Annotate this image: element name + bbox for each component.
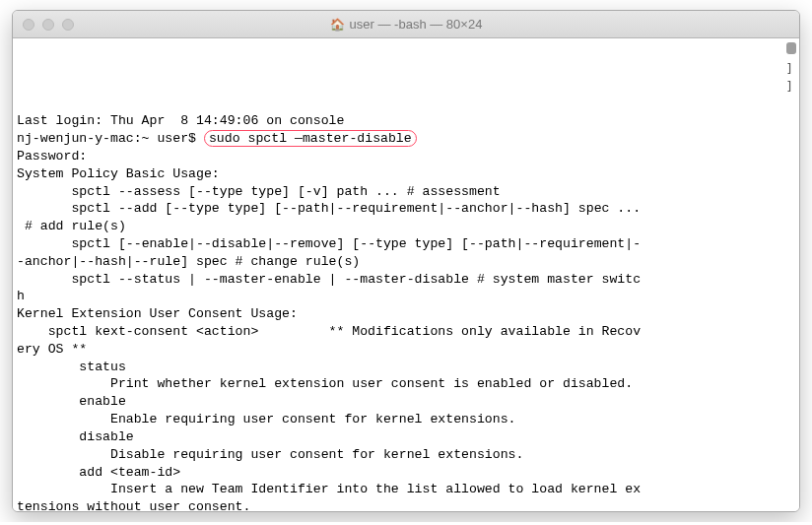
maximize-button[interactable]	[62, 19, 74, 31]
bracket-mark: ]	[785, 60, 793, 78]
window-title: user — -bash — 80×24	[350, 17, 483, 32]
terminal-body[interactable]: ] ] Last login: Thu Apr 8 14:49:06 on co…	[13, 38, 799, 511]
terminal-line: -anchor|--hash|--rule] spec # change rul…	[17, 253, 791, 271]
terminal-line: enable	[17, 393, 791, 411]
terminal-line: Password:	[17, 148, 791, 165]
highlighted-command: sudo spctl —master-disable	[204, 130, 417, 147]
terminal-line: Disable requiring user consent for kerne…	[17, 446, 791, 464]
terminal-line: Print whether kernel extension user cons…	[17, 375, 791, 393]
terminal-line: h	[17, 288, 791, 305]
bracket-mark: ]	[785, 78, 793, 96]
terminal-line: tensions without user consent.	[17, 498, 791, 511]
terminal-line: ery OS **	[17, 341, 791, 359]
terminal-line: spctl [--enable|--disable|--remove] [--t…	[17, 235, 791, 253]
terminal-line: disable	[17, 428, 791, 446]
terminal-line: add <team-id>	[17, 464, 791, 482]
terminal-line: System Policy Basic Usage:	[17, 165, 791, 183]
terminal-line: status	[17, 359, 791, 376]
prompt-prefix: nj-wenjun-y-mac:~ user$	[17, 131, 204, 146]
traffic-lights	[23, 19, 74, 31]
terminal-line: Enable requiring user consent for kernel…	[17, 411, 791, 428]
close-button[interactable]	[23, 19, 34, 31]
terminal-line: # add rule(s)	[17, 218, 791, 235]
home-icon: 🏠	[330, 18, 345, 32]
terminal-line: Kernel Extension User Consent Usage:	[17, 305, 791, 323]
minimize-button[interactable]	[42, 19, 54, 31]
terminal-line: Last login: Thu Apr 8 14:49:06 on consol…	[17, 112, 791, 130]
terminal-line: Insert a new Team Identifier into the li…	[17, 481, 791, 498]
scrollbar-indicator[interactable]	[786, 42, 796, 54]
terminal-line: spctl --status | --master-enable | --mas…	[17, 271, 791, 289]
terminal-window: 🏠 user — -bash — 80×24 ] ] Last login: T…	[12, 10, 800, 512]
titlebar[interactable]: 🏠 user — -bash — 80×24	[13, 11, 799, 38]
title-wrap: 🏠 user — -bash — 80×24	[13, 17, 799, 32]
terminal-prompt-line: nj-wenjun-y-mac:~ user$ sudo spctl —mast…	[17, 130, 791, 148]
terminal-line: spctl kext-consent <action> ** Modificat…	[17, 323, 791, 341]
terminal-line: spctl --assess [--type type] [-v] path .…	[17, 183, 791, 201]
terminal-line: spctl --add [--type type] [--path|--requ…	[17, 200, 791, 218]
